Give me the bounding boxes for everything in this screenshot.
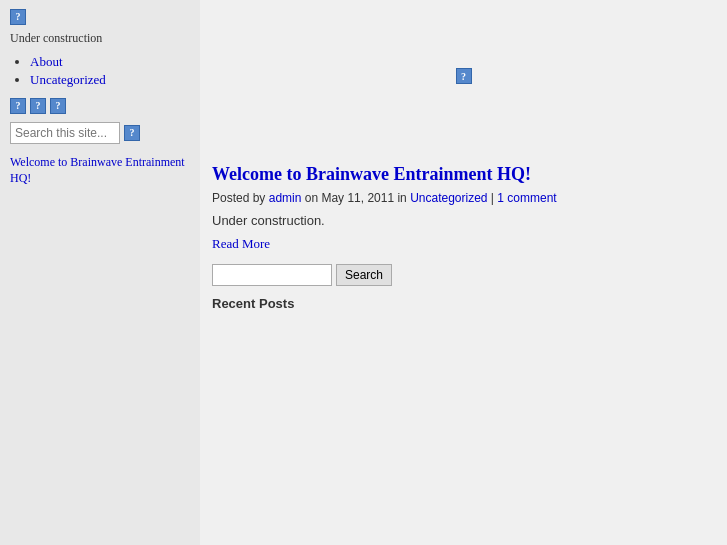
icon-2: ? [30, 98, 46, 114]
main-search-input[interactable] [212, 264, 332, 286]
sidebar: ? Under construction About Uncategorized… [0, 0, 200, 545]
post-content-text: Under construction. [212, 213, 325, 228]
nav-link-about[interactable]: About [30, 54, 63, 69]
nav-link-uncategorized[interactable]: Uncategorized [30, 72, 106, 87]
post-comments-link[interactable]: 1 comment [497, 191, 556, 205]
post-meta-posted-by: Posted by [212, 191, 269, 205]
read-more-link[interactable]: Read More [212, 236, 715, 252]
list-item: About [30, 54, 190, 70]
main-content: ? Welcome to Brainwave Entrainment HQ! P… [200, 0, 727, 545]
sidebar-logo-icon: ? [10, 9, 26, 25]
post-title-link[interactable]: Welcome to Brainwave Entrainment HQ! [212, 164, 531, 184]
post-title: Welcome to Brainwave Entrainment HQ! [212, 164, 715, 185]
sidebar-search-area: ? [10, 122, 190, 144]
post-meta: Posted by admin on May 11, 2011 in Uncat… [212, 191, 715, 205]
recent-posts-heading: Recent Posts [212, 296, 715, 311]
post-meta-date: on May 11, 2011 in [301, 191, 410, 205]
icon-1: ? [10, 98, 26, 114]
sidebar-under-construction: Under construction [10, 31, 190, 46]
post-content: Under construction. [212, 213, 715, 228]
sidebar-icons-row: ? ? ? [10, 98, 190, 114]
main-center-icon: ? [456, 68, 472, 84]
post-author-link[interactable]: admin [269, 191, 302, 205]
sidebar-nav: About Uncategorized [10, 54, 190, 88]
sidebar-search-input[interactable] [10, 122, 120, 144]
main-center-icon-area: ? [212, 8, 715, 164]
list-item: Uncategorized [30, 72, 190, 88]
post: Welcome to Brainwave Entrainment HQ! Pos… [212, 164, 715, 252]
post-meta-separator: | [488, 191, 498, 205]
sidebar-search-icon[interactable]: ? [124, 125, 140, 141]
sidebar-site-link[interactable]: Welcome to Brainwave Entrainment HQ! [10, 155, 185, 185]
main-search-area: Search [212, 264, 715, 286]
post-category-link[interactable]: Uncategorized [410, 191, 487, 205]
main-search-button[interactable]: Search [336, 264, 392, 286]
icon-3: ? [50, 98, 66, 114]
